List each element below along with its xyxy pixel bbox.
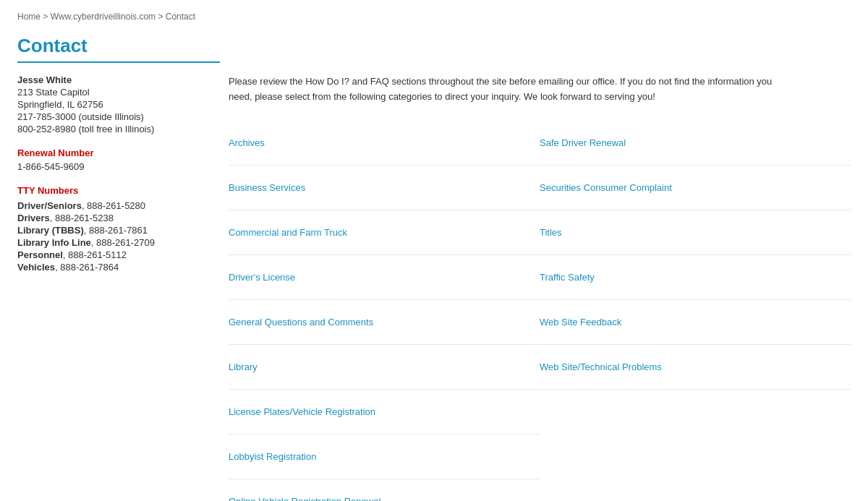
link-item: Safe Driver Renewal (540, 121, 851, 166)
link-item: Web Site/Technical Problems (540, 345, 851, 390)
tty-label: Driver/Seniors (17, 200, 82, 211)
link-item: License Plates/Vehicle Registration (229, 390, 540, 434)
tty-label: Library Info Line (17, 237, 91, 248)
link-item: Titles (540, 210, 851, 255)
link-item: Commercial and Farm Truck (229, 210, 540, 255)
link-item: Web Site Feedback (540, 300, 851, 345)
link-item: Business Services (229, 166, 540, 210)
tty-item: Drivers, 888-261-5238 (17, 213, 205, 223)
link-item: Traffic Safety (540, 255, 851, 300)
link-safe-driver-renewal[interactable]: Safe Driver Renewal (540, 129, 851, 157)
link-lobbyist-registration[interactable]: Lobbyist Registration (229, 442, 540, 471)
tty-label: Vehicles (17, 262, 55, 273)
link-license-plates[interactable]: License Plates/Vehicle Registration (229, 398, 540, 426)
link-drivers-license[interactable]: Driver's License (229, 263, 540, 291)
left-panel: Jesse White 213 State Capitol Springfiel… (17, 74, 205, 501)
title-divider (17, 61, 220, 63)
contact-address2: Springfield, IL 62756 (17, 99, 205, 110)
intro-text: Please review the How Do I? and FAQ sect… (229, 74, 778, 105)
link-item: Securities Consumer Complaint (540, 166, 851, 210)
renewal-section: Renewal Number 1-866-545-9609 (17, 147, 205, 172)
tty-label: Drivers (17, 213, 50, 223)
link-commercial-farm-truck[interactable]: Commercial and Farm Truck (229, 218, 540, 247)
tty-item: Library (TBBS), 888-261-7861 (17, 225, 205, 236)
tty-item: Personnel, 888-261-5112 (17, 249, 205, 260)
links-col-left: Archives Business Services Commercial an… (229, 121, 540, 501)
link-online-vehicle-renewal[interactable]: Online Vehicle Registration Renewal (229, 487, 540, 501)
link-securities-consumer[interactable]: Securities Consumer Complaint (540, 174, 851, 202)
link-item: Online Vehicle Registration Renewal (229, 479, 540, 501)
tty-item: Library Info Line, 888-261-2709 (17, 237, 205, 248)
tty-title: TTY Numbers (17, 185, 205, 196)
tty-label: Library (TBBS) (17, 225, 84, 236)
breadcrumb-text: Home > Www.cyberdriveillinois.com > Cont… (17, 12, 195, 22)
tty-section: TTY Numbers Driver/Seniors, 888-261-5280… (17, 185, 205, 273)
contact-phone1: 217-785-3000 (outside Illinois) (17, 111, 205, 122)
renewal-number: 1-866-545-9609 (17, 161, 205, 172)
contact-info: Jesse White 213 State Capitol Springfiel… (17, 74, 205, 134)
link-website-technical[interactable]: Web Site/Technical Problems (540, 353, 851, 381)
tty-label: Personnel (17, 249, 63, 260)
contact-phone2: 800-252-8980 (toll free in Illinois) (17, 124, 205, 134)
breadcrumb: Home > Www.cyberdriveillinois.com > Cont… (17, 12, 851, 22)
link-item: Driver's License (229, 255, 540, 300)
link-business-services[interactable]: Business Services (229, 174, 540, 202)
contact-name: Jesse White (17, 74, 205, 85)
link-item: General Questions and Comments (229, 300, 540, 345)
link-library[interactable]: Library (229, 353, 540, 381)
main-layout: Jesse White 213 State Capitol Springfiel… (17, 74, 851, 501)
link-item: Library (229, 345, 540, 390)
renewal-title: Renewal Number (17, 147, 205, 158)
links-col-right: Safe Driver Renewal Securities Consumer … (540, 121, 851, 501)
link-traffic-safety[interactable]: Traffic Safety (540, 263, 851, 291)
contact-address1: 213 State Capitol (17, 87, 205, 98)
page-title: Contact (17, 35, 851, 57)
link-item: Lobbyist Registration (229, 434, 540, 479)
tty-item: Driver/Seniors, 888-261-5280 (17, 200, 205, 211)
link-archives[interactable]: Archives (229, 129, 540, 157)
tty-item: Vehicles, 888-261-7864 (17, 262, 205, 273)
link-website-feedback[interactable]: Web Site Feedback (540, 308, 851, 336)
link-item: Archives (229, 121, 540, 166)
link-titles[interactable]: Titles (540, 218, 851, 247)
links-grid: Archives Business Services Commercial an… (229, 121, 851, 501)
link-general-questions[interactable]: General Questions and Comments (229, 308, 540, 336)
right-panel: Please review the How Do I? and FAQ sect… (229, 74, 851, 501)
